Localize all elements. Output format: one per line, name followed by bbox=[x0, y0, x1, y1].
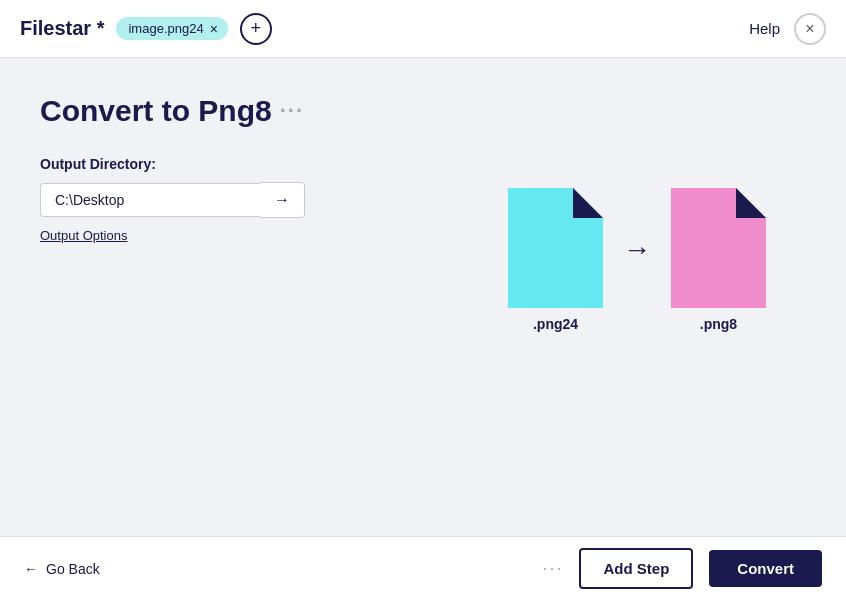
header-left: Filestar * image.png24 × + bbox=[20, 13, 272, 45]
output-directory-input[interactable] bbox=[40, 183, 260, 217]
file-tag-close-icon[interactable]: × bbox=[210, 22, 218, 36]
source-file-shape bbox=[508, 188, 603, 308]
svg-marker-1 bbox=[573, 188, 603, 218]
output-directory-label: Output Directory: bbox=[40, 156, 806, 172]
svg-marker-3 bbox=[736, 188, 766, 218]
header: Filestar * image.png24 × + Help × bbox=[0, 0, 846, 58]
header-right: Help × bbox=[749, 13, 826, 45]
target-file-label: .png8 bbox=[700, 316, 737, 332]
conversion-illustration: .png24 → .png8 bbox=[508, 188, 766, 332]
file-tag: image.png24 × bbox=[116, 17, 227, 40]
footer-right: ··· Add Step Convert bbox=[542, 548, 822, 589]
back-arrow-icon: ← bbox=[24, 561, 38, 577]
add-file-button[interactable]: + bbox=[240, 13, 272, 45]
conversion-arrow-icon: → bbox=[623, 234, 651, 266]
app-title: Filestar * bbox=[20, 17, 104, 40]
main-content: Convert to Png8 ··· Output Directory: → … bbox=[0, 58, 846, 536]
go-back-button[interactable]: ← Go Back bbox=[24, 561, 100, 577]
go-back-label: Go Back bbox=[46, 561, 100, 577]
source-file-label: .png24 bbox=[533, 316, 578, 332]
source-file-icon: .png24 bbox=[508, 188, 603, 332]
more-options-dots[interactable]: ··· bbox=[542, 558, 563, 579]
target-file-icon: .png8 bbox=[671, 188, 766, 332]
close-button[interactable]: × bbox=[794, 13, 826, 45]
file-tag-name: image.png24 bbox=[128, 21, 203, 36]
footer: ← Go Back ··· Add Step Convert bbox=[0, 536, 846, 600]
output-browse-button[interactable]: → bbox=[260, 182, 305, 218]
title-dots: ··· bbox=[280, 98, 304, 124]
target-file-shape bbox=[671, 188, 766, 308]
add-step-button[interactable]: Add Step bbox=[579, 548, 693, 589]
help-link[interactable]: Help bbox=[749, 20, 780, 37]
page-title-container: Convert to Png8 ··· bbox=[40, 94, 806, 128]
page-title-text: Convert to Png8 bbox=[40, 94, 272, 128]
convert-button[interactable]: Convert bbox=[709, 550, 822, 587]
output-arrow-icon: → bbox=[274, 191, 290, 209]
